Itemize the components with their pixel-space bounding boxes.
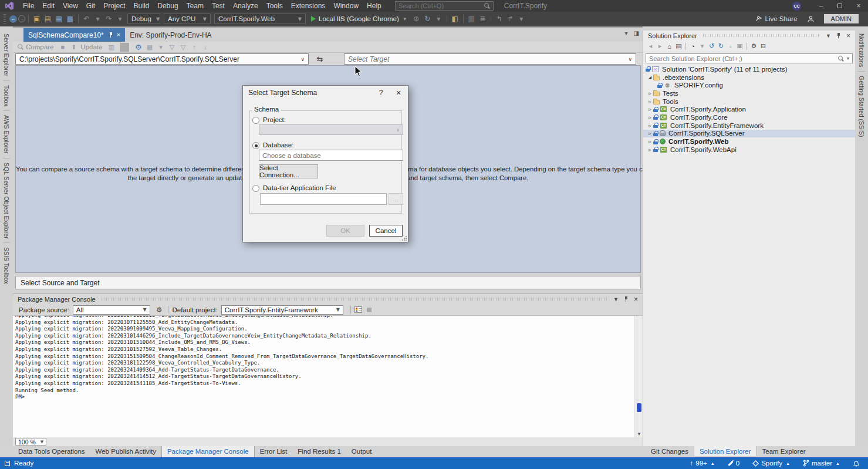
background-tasks-icon[interactable]	[5, 461, 10, 466]
search-options-arrow[interactable]: ▾	[847, 56, 849, 61]
tree-row[interactable]: Tools	[643, 97, 855, 106]
expander-icon[interactable]	[647, 75, 653, 80]
collapse-all-icon[interactable]: ⊟	[759, 42, 768, 50]
tree-row[interactable]: CorrIT.Sporify.Web	[643, 137, 855, 146]
menu-item[interactable]: Window	[329, 1, 363, 11]
close-panel-icon[interactable]: ×	[634, 295, 638, 303]
solution-search-box[interactable]: ▾	[646, 53, 853, 63]
panel-tab[interactable]: Team Explorer	[757, 446, 811, 456]
panel-tab[interactable]: Package Manager Console	[161, 446, 255, 457]
quick-search[interactable]	[395, 1, 494, 11]
refresh-arrow[interactable]: ▾	[434, 14, 444, 24]
expander-icon[interactable]	[647, 147, 653, 153]
window-position-icon[interactable]: ▼	[613, 296, 619, 302]
panel-tab[interactable]: Output	[346, 446, 377, 457]
save-icon[interactable]: ▦	[54, 14, 64, 24]
undo-icon[interactable]: ↶	[82, 14, 92, 24]
menu-item[interactable]: View	[59, 1, 82, 11]
menu-item[interactable]: Git	[82, 1, 99, 11]
startup-project-dropdown[interactable]: CorrIT.Sporify.Web▼	[214, 14, 306, 24]
menu-item[interactable]: Help	[363, 1, 386, 11]
back-icon[interactable]: ◂	[646, 42, 655, 50]
database-input[interactable]	[259, 150, 403, 161]
solution-search-input[interactable]	[649, 55, 835, 62]
database-radio-label[interactable]: Database:	[263, 141, 293, 149]
toolbar-overflow-icon[interactable]: ▾	[516, 14, 526, 24]
document-tab[interactable]: SqlSchemaCompare10* ×	[23, 28, 125, 42]
show-all-files-icon[interactable]: ▣	[735, 42, 744, 50]
sep2[interactable]	[78, 15, 79, 23]
tool-window-tab[interactable]: Getting Started (SSIS)	[858, 71, 865, 141]
panel-header[interactable]: Solution Explorer ▼ ×	[643, 31, 855, 41]
new-project-icon[interactable]: ▣	[32, 14, 42, 24]
nest-files-icon[interactable]: ▫	[726, 42, 735, 50]
package-source-settings-icon[interactable]: ⚙	[156, 306, 163, 314]
options-gear-icon[interactable]: ⚙	[134, 43, 143, 52]
resize-grip[interactable]	[402, 236, 407, 241]
push-commits-button[interactable]: ↑ 99+ ▲	[690, 460, 715, 467]
maximize-button[interactable]	[830, 0, 849, 12]
sync-with-active-document-icon[interactable]: ↺	[707, 42, 716, 50]
refresh-icon[interactable]: ↻	[423, 14, 433, 24]
pin-tab-icon[interactable]	[109, 32, 113, 38]
attach-icon[interactable]: ⊕	[411, 14, 421, 24]
save-all-icon[interactable]: ▩	[65, 14, 75, 24]
menu-item[interactable]: Extensions	[287, 1, 330, 11]
panel-tab[interactable]: Solution Explorer	[694, 446, 757, 456]
expander-icon[interactable]	[647, 123, 653, 129]
redo-icon[interactable]: ↷	[104, 14, 114, 24]
bookmark-prev-icon[interactable]: ↰	[494, 14, 504, 24]
compare-button[interactable]: Compare	[26, 43, 53, 50]
tree-row[interactable]: CorrIT.Sporify.Application	[643, 105, 855, 113]
browser-link-icon[interactable]: ◧	[450, 14, 460, 24]
sep2[interactable]	[747, 43, 747, 50]
group-arrow[interactable]: ▾	[156, 43, 165, 52]
scroll-down-icon[interactable]: ▼	[635, 431, 643, 437]
redo-arrow[interactable]: ▾	[115, 14, 125, 24]
sep1[interactable]	[28, 15, 29, 23]
branch-picker[interactable]: master ▲	[803, 460, 840, 467]
cancel-button[interactable]: Cancel	[369, 225, 403, 237]
unsaved-edits-indicator[interactable]: 0	[728, 460, 739, 467]
expander-icon[interactable]	[647, 114, 653, 120]
panel-tab[interactable]: Find Results 1	[292, 446, 346, 457]
sep5[interactable]	[491, 15, 491, 23]
tool-window-tab[interactable]: SSIS Toolbox	[3, 242, 10, 288]
tree-row[interactable]: CorrIT.Sporify.SQLServer	[643, 130, 855, 138]
forward-icon[interactable]: ▸	[656, 42, 664, 50]
tree-row[interactable]: SPORIFY.config	[643, 81, 855, 89]
group-results-icon[interactable]: ▦	[145, 43, 154, 52]
filter-icon[interactable]: ▽	[167, 43, 176, 52]
select-connection-button[interactable]: Select Connection...	[259, 164, 318, 178]
next-diff-icon[interactable]: ↓	[201, 43, 210, 52]
panel-tab[interactable]: Error List	[255, 446, 293, 457]
project-radio-label[interactable]: Project:	[263, 116, 286, 123]
sep1[interactable]	[685, 43, 686, 50]
notifications-bell-icon[interactable]	[853, 460, 860, 467]
navigate-backward-icon[interactable]: ←	[9, 15, 17, 23]
script-icon[interactable]: ▥	[107, 43, 116, 52]
home-icon[interactable]: ⌂	[665, 42, 674, 50]
configuration-dropdown[interactable]: Debug▼	[127, 14, 160, 24]
expander-icon[interactable]	[647, 139, 653, 144]
filter-clear-icon[interactable]: ▽	[178, 43, 187, 52]
sep4[interactable]	[463, 15, 464, 23]
menu-item[interactable]: Test	[208, 1, 229, 11]
console-scrollbar[interactable]: ▼	[634, 316, 643, 437]
bookmark-next-icon[interactable]: ↱	[505, 14, 515, 24]
admin-button[interactable]: ADMIN	[824, 14, 859, 23]
project-radio[interactable]	[252, 117, 259, 124]
switch-views-icon[interactable]: ▤	[674, 42, 683, 50]
close-tab-icon[interactable]: ×	[117, 32, 120, 38]
menu-item[interactable]: Analyze	[229, 1, 262, 11]
line-indent-icon[interactable]: ≣	[478, 14, 488, 24]
filter-arrow[interactable]: ▾	[698, 42, 707, 50]
navigate-forward-icon[interactable]: →	[18, 15, 25, 22]
dialog-close-button[interactable]: ×	[389, 88, 408, 97]
properties-icon[interactable]: ⚙	[749, 42, 758, 50]
pending-changes-filter-icon[interactable]: ◔	[688, 42, 697, 50]
tool-window-tab[interactable]: AWS Explorer	[3, 110, 10, 158]
stop-icon[interactable]: ■	[58, 43, 67, 52]
default-project-dropdown[interactable]: CorrIT.Sporify.EntityFramework▼	[221, 305, 343, 315]
tree-row[interactable]: CorrIT.Sporify.EntityFramework	[643, 122, 855, 130]
